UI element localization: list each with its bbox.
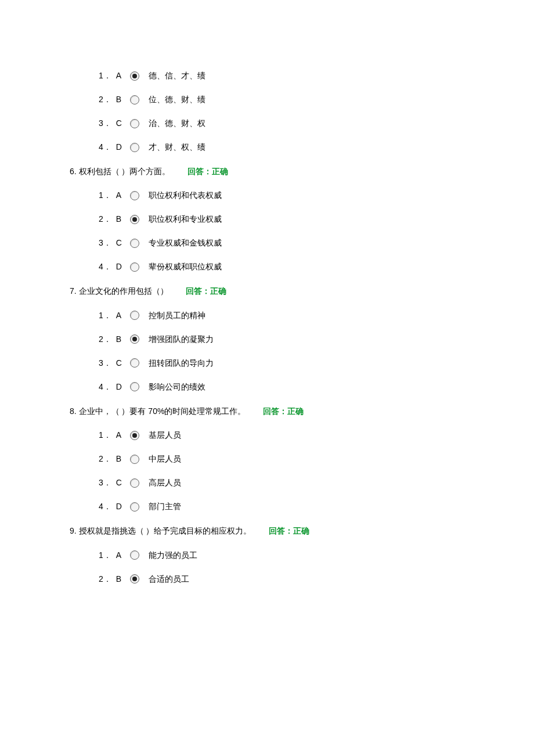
option-letter: A <box>116 309 124 322</box>
question-text: 授权就是指挑选（ ）给予完成目标的相应权力。 <box>79 526 252 535</box>
radio-icon[interactable] <box>130 191 139 200</box>
option-letter: A <box>116 429 124 441</box>
answer-feedback: 回答：正确 <box>263 406 304 416</box>
question-row: 6. 权利包括（ ）两个方面。回答：正确 <box>70 165 464 178</box>
option-number: 3． <box>99 357 111 369</box>
option-number: 1． <box>99 549 111 561</box>
radio-icon[interactable] <box>130 311 139 320</box>
option-text: 辈份权威和职位权威 <box>149 261 222 273</box>
option-text: 扭转团队的导向力 <box>149 357 214 369</box>
document-root: 1．A德、信、才、绩2．B位、德、财、绩3．C治、德、财、权4．D才、财、权、绩… <box>0 0 534 632</box>
option-text: 部门主管 <box>149 501 181 513</box>
option-text: 影响公司的绩效 <box>149 381 205 393</box>
radio-icon[interactable] <box>130 334 139 344</box>
option-number: 2． <box>99 93 111 106</box>
option-row[interactable]: 1．A职位权利和代表权威 <box>99 189 464 201</box>
radio-icon[interactable] <box>130 358 139 368</box>
radio-icon[interactable] <box>130 502 139 512</box>
answer-feedback: 回答：正确 <box>186 286 226 296</box>
radio-icon[interactable] <box>130 574 139 584</box>
option-row[interactable]: 4．D才、财、权、绩 <box>99 141 464 153</box>
option-row[interactable]: 2．B合适的员工 <box>99 573 464 585</box>
option-text: 职位权利和专业权威 <box>149 213 222 225</box>
option-text: 治、德、财、权 <box>149 117 205 129</box>
option-row[interactable]: 2．B中层人员 <box>99 453 464 465</box>
question-row: 9. 授权就是指挑选（ ）给予完成目标的相应权力。回答：正确 <box>70 524 464 537</box>
radio-icon[interactable] <box>130 262 139 272</box>
option-letter: D <box>116 381 124 393</box>
radio-icon[interactable] <box>130 239 139 248</box>
question-text: 企业中，（ ）要有 70%的时间处理常规工作。 <box>79 406 246 416</box>
option-row[interactable]: 4．D影响公司的绩效 <box>99 381 464 393</box>
option-number: 1． <box>99 189 111 201</box>
option-row[interactable]: 1．A能力强的员工 <box>99 549 464 561</box>
option-text: 职位权利和代表权威 <box>149 189 222 201</box>
option-text: 才、财、权、绩 <box>149 141 205 153</box>
question-text: 权利包括（ ）两个方面。 <box>79 167 171 176</box>
option-letter: C <box>116 357 124 369</box>
option-letter: B <box>116 213 124 225</box>
option-number: 1． <box>99 429 111 441</box>
radio-icon[interactable] <box>130 71 139 81</box>
option-row[interactable]: 3．C高层人员 <box>99 477 464 489</box>
option-number: 2． <box>99 333 111 345</box>
option-text: 中层人员 <box>149 453 181 465</box>
option-text: 控制员工的精神 <box>149 309 205 322</box>
option-letter: C <box>116 477 124 489</box>
option-row[interactable]: 1．A德、信、才、绩 <box>99 70 464 82</box>
radio-icon[interactable] <box>130 215 139 224</box>
radio-icon[interactable] <box>130 382 139 391</box>
question-number: 7. <box>70 286 77 296</box>
option-text: 德、信、才、绩 <box>149 70 205 82</box>
option-row[interactable]: 2．B职位权利和专业权威 <box>99 213 464 225</box>
option-letter: D <box>116 261 124 273</box>
option-number: 4． <box>99 261 111 273</box>
radio-icon[interactable] <box>130 478 139 488</box>
answer-feedback: 回答：正确 <box>269 526 309 535</box>
option-number: 1． <box>99 70 111 82</box>
option-text: 专业权威和金钱权威 <box>149 237 222 249</box>
option-number: 3． <box>99 237 111 249</box>
question-row: 7. 企业文化的作用包括（）回答：正确 <box>70 285 464 297</box>
radio-icon[interactable] <box>130 95 139 105</box>
option-text: 能力强的员工 <box>149 549 197 561</box>
option-text: 增强团队的凝聚力 <box>149 333 214 345</box>
answer-feedback: 回答：正确 <box>187 167 228 176</box>
option-number: 4． <box>99 381 111 393</box>
radio-icon[interactable] <box>130 550 139 560</box>
question-number: 8. <box>70 406 77 416</box>
option-letter: B <box>116 333 124 345</box>
question-text: 企业文化的作用包括（） <box>79 286 168 296</box>
option-row[interactable]: 3．C专业权威和金钱权威 <box>99 237 464 249</box>
option-row[interactable]: 1．A控制员工的精神 <box>99 309 464 322</box>
radio-icon[interactable] <box>130 455 139 464</box>
option-row[interactable]: 1．A基层人员 <box>99 429 464 441</box>
option-letter: B <box>116 93 124 106</box>
option-row[interactable]: 3．C治、德、财、权 <box>99 117 464 129</box>
question-number: 9. <box>70 526 77 535</box>
option-letter: A <box>116 70 124 82</box>
option-row[interactable]: 2．B位、德、财、绩 <box>99 93 464 106</box>
option-row[interactable]: 2．B增强团队的凝聚力 <box>99 333 464 345</box>
question-row: 8. 企业中，（ ）要有 70%的时间处理常规工作。回答：正确 <box>70 405 464 417</box>
option-letter: C <box>116 237 124 249</box>
option-number: 2． <box>99 213 111 225</box>
option-number: 2． <box>99 573 111 585</box>
option-row[interactable]: 4．D辈份权威和职位权威 <box>99 261 464 273</box>
option-number: 4． <box>99 501 111 513</box>
option-letter: D <box>116 141 124 153</box>
radio-icon[interactable] <box>130 119 139 128</box>
option-number: 1． <box>99 309 111 322</box>
option-text: 位、德、财、绩 <box>149 93 205 106</box>
option-row[interactable]: 4．D部门主管 <box>99 501 464 513</box>
option-text: 合适的员工 <box>149 573 189 585</box>
option-number: 3． <box>99 477 111 489</box>
option-letter: B <box>116 453 124 465</box>
radio-icon[interactable] <box>130 431 139 440</box>
radio-icon[interactable] <box>130 143 139 152</box>
option-text: 基层人员 <box>149 429 181 441</box>
option-row[interactable]: 3．C扭转团队的导向力 <box>99 357 464 369</box>
option-letter: A <box>116 549 124 561</box>
option-text: 高层人员 <box>149 477 181 489</box>
option-number: 4． <box>99 141 111 153</box>
